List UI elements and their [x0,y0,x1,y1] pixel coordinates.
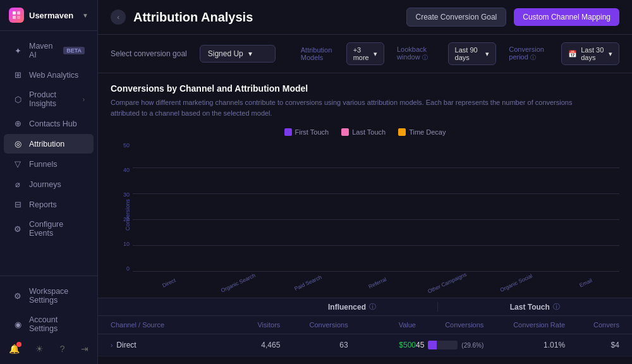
th-conv-extra: Convers [565,321,619,329]
lookback-window-filter: Lookback window ⓘ Last 90 days ▾ [397,42,496,65]
x-label-item: Direct [133,272,202,288]
help-icon[interactable]: ? [60,344,65,354]
td-conv-rate: 1.01% [483,341,565,349]
chevron-down-icon: ▾ [374,50,377,58]
sidebar-item-label: Maven AI [29,42,57,59]
influenced-label: Influenced [328,303,366,312]
sidebar-item-configure-events[interactable]: ⚙ Configure Events [4,215,94,243]
chevron-down-icon: ▼ [82,12,88,19]
chart-plot [133,142,619,272]
conversion-period-value: Last 30 days [581,46,605,61]
channel-name: Direct [116,341,136,349]
th-value: Value [348,321,416,329]
page-title: Attribution Analysis [133,10,399,25]
svg-rect-2 [13,16,16,19]
create-conversion-goal-button[interactable]: Create Conversion Goal [406,8,507,27]
sidebar-item-label: Account Settings [29,315,85,333]
lookback-label: Lookback window ⓘ [397,46,443,62]
conversion-goal-select[interactable]: Signed Up ▾ [200,45,276,63]
sidebar-item-maven-ai[interactable]: ✦ Maven AI BETA [4,37,94,64]
svg-rect-0 [13,11,16,15]
conv-pct: (29.6%) [461,342,483,349]
journeys-icon: ⌀ [13,179,23,189]
sidebar-item-product-insights[interactable]: ⬡ Product Insights › [4,85,94,113]
x-label-text: Organic Social [499,272,533,293]
time-decay-color [398,128,406,136]
table-section-divider: Influenced ⓘ Last Touch ⓘ [98,298,632,316]
workspace-settings-icon: ⚙ [13,291,23,301]
sidebar-item-account-settings[interactable]: ◉ Account Settings [4,310,94,338]
attribution-models-filter: Attribution Models +3 more ▾ [301,42,384,65]
legend-label-last-touch: Last Touch [352,128,386,136]
x-label-text: Paid Search [293,274,322,292]
sidebar-item-reports[interactable]: ⊟ Reports [4,195,94,214]
sidebar-item-label: Product Insights [29,90,76,108]
attribution-models-select[interactable]: +3 more ▾ [346,42,384,65]
sidebar-logo[interactable]: Usermaven ▼ [0,0,97,31]
conversion-period-label: Conversion period ⓘ [509,46,556,62]
chevron-down-icon: ▾ [609,50,612,58]
conv-count: 45 [416,341,424,349]
chart-section: Conversions by Channel and Attribution M… [98,73,632,298]
x-label-item: Other Campaigns [411,272,480,288]
y-label-50: 50 [123,142,130,149]
sidebar-item-journeys[interactable]: ⌀ Journeys [4,174,94,194]
conversion-goal-bar: Select conversion goal Signed Up ▾ Attri… [98,35,632,73]
sidebar-item-funnels[interactable]: ▽ Funnels [4,154,94,174]
sidebar: Usermaven ▼ ✦ Maven AI BETA ⊞ Web Analyt… [0,0,98,364]
expand-arrow-icon[interactable]: › [111,342,112,349]
chevron-right-icon: › [83,96,85,103]
sidebar-item-web-analytics[interactable]: ⊞ Web Analytics [4,65,94,85]
funnels-icon: ▽ [13,159,23,169]
sidebar-item-contacts-hub[interactable]: ⊕ Contacts Hub [4,114,94,133]
th-conv-last: Conversions [416,321,483,329]
td-conversions: 63 [280,341,348,349]
custom-channel-mapping-button[interactable]: Custom Channel Mapping [514,8,619,26]
conv-bar [428,341,437,349]
first-touch-color [284,128,292,136]
last-touch-info-icon: ⓘ [553,302,560,312]
chart-legend: First Touch Last Touch Time Decay [111,128,619,136]
chevron-down-icon: ▾ [485,50,489,58]
th-visitors: Visitors [212,321,280,329]
conversion-period-filter: Conversion period ⓘ 📅 Last 30 days ▾ [509,42,619,65]
sidebar-bottom: ⚙ Workspace Settings ◉ Account Settings … [0,276,97,364]
reports-icon: ⊟ [13,200,23,209]
lookback-select[interactable]: Last 90 days ▾ [448,42,497,65]
conversion-goal-label: Select conversion goal [111,49,187,58]
last-touch-color [341,128,349,136]
x-label-item: Paid Search [272,272,341,288]
td-value: $500 [348,341,416,349]
configure-events-icon: ⚙ [13,224,23,234]
sidebar-item-label: Contacts Hub [29,119,85,128]
table-headers: Channel / Source Visitors Conversions Va… [98,316,632,334]
chart-description: Compare how different marketing channels… [111,97,585,118]
td-conv-count: 45 (29.6%) [416,341,483,349]
logo-icon [9,8,24,23]
main-content: ‹ Attribution Analysis Create Conversion… [98,0,632,364]
table-section: Influenced ⓘ Last Touch ⓘ Channel / Sour… [98,298,632,356]
td-visitors: 4,465 [212,341,280,349]
x-label-text: Organic Search [220,272,257,294]
attribution-models-value: +3 more [353,46,370,61]
logo-text: Usermaven [29,11,77,20]
sidebar-item-attribution[interactable]: ◎ Attribution [4,134,94,154]
sidebar-item-label: Reports [29,200,85,209]
bars-area [133,142,619,272]
chart-title: Conversions by Channel and Attribution M… [111,83,619,94]
logout-icon[interactable]: ⇥ [81,344,88,354]
sidebar-item-workspace-settings[interactable]: ⚙ Workspace Settings [4,282,94,310]
x-label-text: Email [578,277,593,289]
notification-icon[interactable]: 🔔 [9,344,20,354]
sidebar-bottom-icons: 🔔 ☀ ? ⇥ [0,339,97,359]
legend-item-first-touch: First Touch [284,128,329,136]
back-button[interactable]: ‹ [111,9,126,25]
y-label-40: 40 [123,167,130,173]
sun-icon[interactable]: ☀ [35,344,44,354]
sidebar-item-label: Configure Events [29,220,85,238]
influenced-info-icon: ⓘ [369,302,376,312]
y-axis-title: Conversions [125,199,131,231]
conversion-period-select[interactable]: 📅 Last 30 days ▾ [561,42,619,65]
x-label-item: Referral [341,272,411,288]
svg-rect-1 [17,11,20,15]
